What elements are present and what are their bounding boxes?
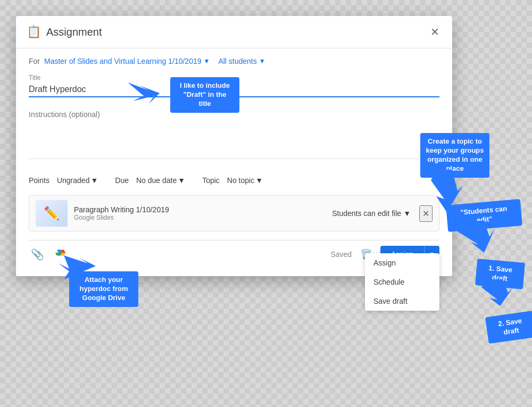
assign-group: Assign ▼ Assign Schedule Save draft [380, 246, 439, 263]
annotation-save-draft-2-bubble: 2. Save draft [485, 311, 532, 344]
due-value: No due date [136, 176, 177, 185]
dialog-header: 📋 Assignment ✕ [16, 16, 452, 48]
topic-dropdown-icon: ▼ [255, 176, 263, 185]
svg-marker-0 [128, 82, 160, 104]
save-draft-option[interactable]: Save draft [365, 292, 439, 311]
edit-mode-dropdown-icon: ▼ [403, 209, 411, 218]
instructions-input[interactable] [29, 106, 439, 159]
points-label: Points [29, 176, 49, 185]
for-label: For [29, 57, 40, 65]
students-value: All students [218, 57, 256, 65]
points-value: Ungraded [57, 176, 90, 185]
attachment-edit: Students can edit file ▼ ✕ [328, 205, 433, 222]
annotation-save-draft-1: 1. Save draft [476, 261, 524, 287]
students-selector[interactable]: All students ▼ [218, 57, 265, 65]
attachment-icon-button[interactable]: 📎 [29, 246, 46, 263]
due-dropdown-icon: ▼ [178, 176, 185, 185]
edit-mode-value: Students can edit file [332, 209, 401, 218]
annotation-attach: Attach your hyperdoc from Google Drive [69, 271, 138, 307]
assignment-dialog: 📋 Assignment ✕ For Master of Slides and … [16, 16, 452, 276]
assign-option[interactable]: Assign [365, 253, 439, 272]
svg-marker-4 [481, 279, 513, 306]
close-button[interactable]: ✕ [428, 24, 442, 39]
topic-label: Topic [202, 176, 220, 185]
attachment-name: Paragraph Writing 1/10/2019 [74, 205, 321, 214]
action-right: Saved 🗑️ Assign ▼ Assign Schedule Save d… [330, 246, 439, 263]
svg-marker-3 [59, 255, 96, 279]
topic-item: Topic No topic ▼ [202, 174, 267, 187]
annotation-topic: Create a topic to keep your groups organ… [420, 133, 489, 178]
attachment-thumbnail: ✏️ [36, 200, 68, 227]
assign-dropdown-menu: Assign Schedule Save draft [365, 253, 439, 311]
annotation-draft-bubble: I like to include "Draft" in the title [170, 77, 239, 113]
points-dropdown-icon: ▼ [90, 176, 98, 185]
pencil-icon: ✏️ [44, 206, 60, 221]
due-selector[interactable]: No due date ▼ [132, 174, 189, 187]
attachment-type: Google Slides [74, 214, 321, 221]
topic-value: No topic [227, 176, 254, 185]
edit-mode-selector[interactable]: Students can edit file ▼ [328, 207, 415, 220]
for-row: For Master of Slides and Virtual Learnin… [29, 57, 439, 65]
instructions-field [29, 106, 439, 161]
annotation-students-edit: "Students can edit" [447, 202, 521, 229]
annotation-save-draft-2: 2. Save draft [487, 314, 532, 340]
saved-text: Saved [330, 250, 352, 259]
students-dropdown-icon: ▼ [259, 57, 265, 65]
due-label: Due [115, 176, 129, 185]
meta-row: Points Ungraded ▼ Due No due date ▼ Topi… [29, 170, 439, 187]
due-item: Due No due date ▼ [115, 174, 189, 187]
dialog-title: Assignment [46, 26, 428, 38]
attachment-row: ✏️ Paragraph Writing 1/10/2019 Google Sl… [29, 195, 439, 231]
annotation-draft-title: I like to include "Draft" in the title [138, 77, 207, 113]
assignment-icon: 📋 [27, 25, 41, 39]
svg-marker-2 [458, 221, 495, 253]
schedule-option[interactable]: Schedule [365, 272, 439, 292]
topic-selector[interactable]: No topic ▼ [223, 174, 267, 187]
attachment-info: Paragraph Writing 1/10/2019 Google Slide… [74, 205, 321, 221]
points-item: Points Ungraded ▼ [29, 174, 102, 187]
points-selector[interactable]: Ungraded ▼ [53, 174, 102, 187]
